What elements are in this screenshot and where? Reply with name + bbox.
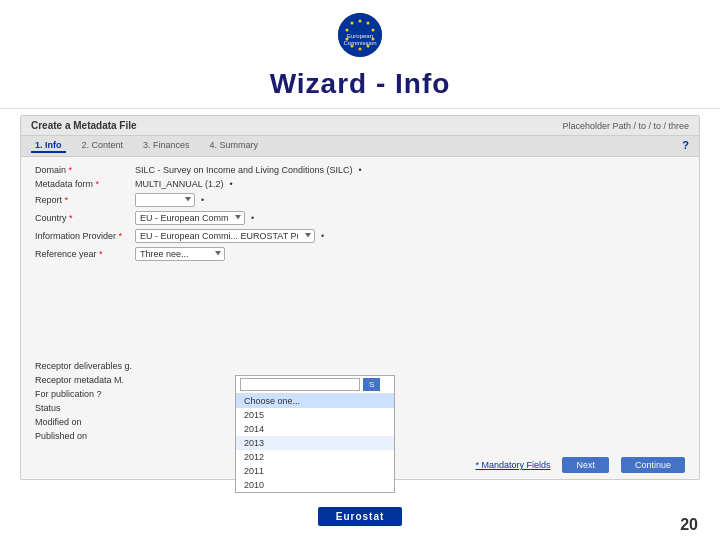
page-header: European Commission Wizard - Info [0, 0, 720, 109]
reference-year-label: Reference year [35, 249, 135, 259]
modified-on-label: Modified on [35, 417, 135, 427]
receptor-metadata-label: Receptor metadata M. [35, 375, 135, 385]
panel-header: Create a Metadata File Placeholder Path … [21, 116, 699, 136]
for-publication-label: For publication ? [35, 389, 135, 399]
ec-logo-svg: European Commission [338, 13, 382, 57]
main-content: Create a Metadata File Placeholder Path … [0, 109, 720, 480]
eurostat-badge: Eurostat [318, 507, 403, 526]
info-provider-row: Information Provider EU - European Commi… [35, 229, 685, 243]
continue-button[interactable]: Continue [621, 457, 685, 473]
domain-bullet: • [359, 165, 362, 175]
report-row: Report • [35, 193, 685, 207]
receptor-deliverables-row: Receptor deliverables g. [35, 361, 685, 371]
page-number: 20 [680, 516, 698, 534]
dropdown-item-2012[interactable]: 2012 [236, 450, 394, 464]
next-button[interactable]: Next [562, 457, 609, 473]
reference-year-row: Reference year Three nee... S Choose one… [35, 247, 685, 261]
panel-path: Placeholder Path / to / to / three [562, 121, 689, 131]
country-row: Country EU - European Commi... • [35, 211, 685, 225]
wizard-step-3[interactable]: 3. Finances [139, 139, 194, 153]
wizard-step-2[interactable]: 2. Content [78, 139, 128, 153]
dropdown-search-btn[interactable]: S [363, 378, 380, 391]
report-bullet: • [201, 195, 204, 205]
page-title: Wizard - Info [270, 68, 451, 100]
year-dropdown: S Choose one... 2015 2014 2013 2012 2011… [235, 375, 395, 493]
dropdown-search-input[interactable] [240, 378, 360, 391]
domain-value: SILC - Survey on Income and Living Condi… [135, 165, 353, 175]
report-label: Report [35, 195, 135, 205]
dropdown-item-choose[interactable]: Choose one... [236, 394, 394, 408]
status-label: Status [35, 403, 135, 413]
country-bullet: • [251, 213, 254, 223]
panel-title: Create a Metadata File [31, 120, 137, 131]
ec-logo-circle: European Commission [338, 13, 382, 57]
svg-point-10 [351, 22, 354, 25]
country-select[interactable]: EU - European Commi... [135, 211, 245, 225]
svg-text:European: European [347, 33, 373, 39]
metadata-form-value: MULTI_ANNUAL (1.2) [135, 179, 224, 189]
form-body: Domain SILC - Survey on Income and Livin… [21, 157, 699, 453]
reference-year-select[interactable]: Three nee... [135, 247, 225, 261]
metadata-form-row: Metadata form MULTI_ANNUAL (1.2) • [35, 179, 685, 189]
form-panel: Create a Metadata File Placeholder Path … [20, 115, 700, 480]
dropdown-item-2015[interactable]: 2015 [236, 408, 394, 422]
published-on-label: Published on [35, 431, 135, 441]
info-provider-label: Information Provider [35, 231, 135, 241]
domain-row: Domain SILC - Survey on Income and Livin… [35, 165, 685, 175]
report-select[interactable] [135, 193, 195, 207]
dropdown-item-2011[interactable]: 2011 [236, 464, 394, 478]
svg-text:Commission: Commission [343, 40, 376, 46]
svg-point-6 [359, 48, 362, 51]
receptor-deliverables-label: Receptor deliverables g. [35, 361, 135, 371]
info-provider-bullet: • [321, 231, 324, 241]
metadata-form-label: Metadata form [35, 179, 135, 189]
wizard-steps: 1. Info 2. Content 3. Finances 4. Summar… [21, 136, 699, 157]
country-label: Country [35, 213, 135, 223]
ec-logo: European Commission [325, 10, 395, 60]
svg-point-9 [346, 29, 349, 32]
footer: Eurostat [0, 507, 720, 526]
help-icon[interactable]: ? [682, 139, 689, 153]
dropdown-search-row: S [236, 376, 394, 394]
wizard-step-1[interactable]: 1. Info [31, 139, 66, 153]
metadata-form-bullet: • [230, 179, 233, 189]
svg-point-1 [359, 20, 362, 23]
svg-point-3 [372, 29, 375, 32]
wizard-step-4[interactable]: 4. Summary [206, 139, 263, 153]
dropdown-item-2013[interactable]: 2013 [236, 436, 394, 450]
info-provider-select[interactable]: EU - European Commi... EUROSTAT Publish … [135, 229, 315, 243]
svg-point-2 [367, 22, 370, 25]
dropdown-item-2010[interactable]: 2010 [236, 478, 394, 492]
mandatory-fields-link[interactable]: * Mandatory Fields [475, 460, 550, 470]
dropdown-item-2014[interactable]: 2014 [236, 422, 394, 436]
domain-label: Domain [35, 165, 135, 175]
